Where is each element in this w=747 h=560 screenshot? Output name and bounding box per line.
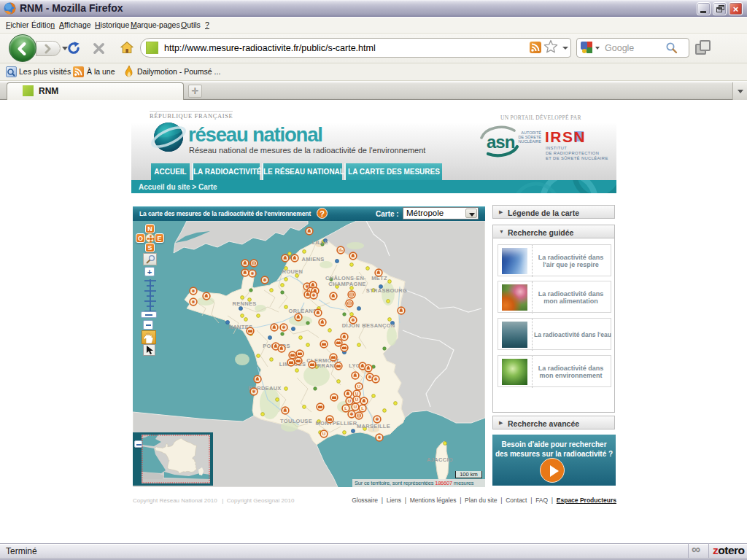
svg-text:✻: ✻ (368, 375, 371, 379)
svg-text:✻: ✻ (349, 412, 353, 416)
svg-text:✻: ✻ (252, 389, 255, 394)
svg-text:U: U (355, 392, 358, 396)
svg-text:✻: ✻ (375, 417, 379, 421)
svg-text:✻: ✻ (311, 293, 315, 298)
svg-text:U: U (355, 397, 358, 402)
svg-text:L: L (344, 406, 347, 411)
svg-text:ROUEN: ROUEN (282, 268, 303, 275)
svg-text:✻: ✻ (351, 318, 355, 322)
svg-text:❉: ❉ (378, 435, 382, 440)
svg-text:✻: ✻ (282, 325, 285, 330)
svg-text:LILLE: LILLE (312, 239, 328, 246)
svg-text:L: L (361, 406, 364, 411)
svg-text:MARSEILLE: MARSEILLE (357, 423, 390, 429)
svg-text:RENNES: RENNES (232, 300, 256, 307)
svg-text:TOULOUSE: TOULOUSE (280, 418, 312, 424)
svg-text:❉: ❉ (192, 300, 196, 304)
svg-text:U: U (348, 399, 351, 403)
svg-text:U: U (322, 432, 325, 436)
svg-text:MONTPELLIER: MONTPELLIER (315, 420, 357, 427)
svg-text:STRASBOURG: STRASBOURG (366, 287, 407, 294)
svg-text:U: U (357, 384, 360, 389)
svg-text:AJACCIO: AJACCIO (427, 456, 453, 463)
svg-text:❉: ❉ (192, 289, 196, 293)
svg-text:✻: ✻ (263, 278, 266, 282)
svg-text:ORLÉANS: ORLÉANS (289, 308, 317, 314)
svg-text:AMIENS: AMIENS (302, 256, 325, 262)
svg-text:CHAMPAGNE: CHAMPAGNE (328, 281, 365, 287)
svg-text:U: U (354, 405, 357, 409)
svg-text:❉: ❉ (251, 271, 255, 276)
svg-text:✻: ✻ (374, 377, 377, 381)
svg-text:BESANÇON: BESANÇON (362, 322, 395, 329)
